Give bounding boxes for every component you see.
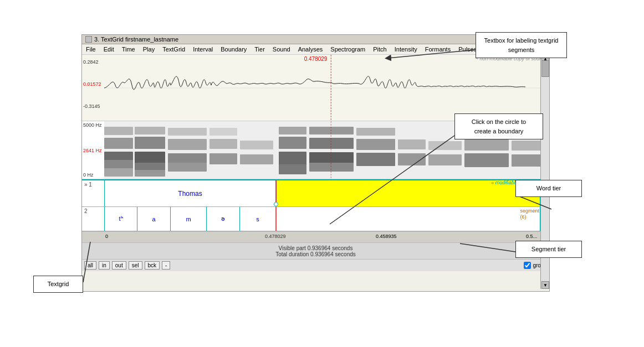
menu-formants[interactable]: Formants <box>423 45 452 53</box>
svg-rect-41 <box>428 141 462 150</box>
textbox-annotation: Textbox for labeling textgrid segments <box>476 32 567 58</box>
svg-rect-14 <box>135 137 165 149</box>
menu-sound[interactable]: Sound <box>271 45 292 53</box>
segment-label-4: s <box>256 216 259 222</box>
timeline-bar: 0 0.478029 0.458935 0.5... <box>82 231 549 242</box>
visible-part-label: Visible part 0.936964 seconds <box>279 245 353 251</box>
textgrid-annotation: Textgrid <box>33 276 83 293</box>
word-tier-row: » 1 Thomas word(2/2) <box>82 179 549 207</box>
segment-cell-0[interactable]: tʰ <box>104 207 137 231</box>
timeline-right: 0.458935 <box>376 234 397 239</box>
menu-intensity[interactable]: Intensity <box>393 45 419 53</box>
svg-rect-22 <box>209 153 237 164</box>
svg-rect-30 <box>279 164 306 174</box>
menu-textgrid[interactable]: TextGrid <box>161 45 187 53</box>
minus-button[interactable]: - <box>162 261 170 270</box>
all-button[interactable]: all <box>84 261 96 270</box>
svg-rect-36 <box>356 139 395 150</box>
svg-rect-15 <box>135 127 165 134</box>
svg-rect-38 <box>398 153 426 165</box>
segment-label-1: a <box>152 216 155 222</box>
thomas-label: Thomas <box>178 190 202 198</box>
menu-spectrogram[interactable]: Spectrogram <box>329 45 367 53</box>
total-duration-label: Total duration 0.936964 seconds <box>275 251 356 257</box>
svg-rect-26 <box>240 141 273 149</box>
svg-rect-37 <box>356 128 395 136</box>
freq-mid-label: 2641 Hz <box>83 148 102 153</box>
scrollbar-thumb[interactable] <box>541 60 549 77</box>
out-button[interactable]: out <box>112 261 126 270</box>
status-bar: Visible part 0.936964 seconds Total dura… <box>82 242 549 259</box>
svg-rect-20 <box>168 128 207 136</box>
segment-label-0: tʰ <box>119 215 122 222</box>
boundary-annotation: Click on the circle tocreate a boundary <box>454 113 543 139</box>
segment-right-label: segment(6) <box>520 208 539 220</box>
svg-rect-12 <box>104 168 133 177</box>
content-area: 0.478029 ~ non-modifiable copy of sound … <box>82 55 549 289</box>
segment-label-2: m <box>186 216 191 222</box>
sel-button[interactable]: sel <box>129 261 142 270</box>
svg-rect-40 <box>428 154 462 165</box>
svg-rect-45 <box>512 154 540 167</box>
amplitude-bottom-label: -0.3145 <box>83 103 100 109</box>
svg-rect-17 <box>135 170 165 177</box>
in-button[interactable]: in <box>99 261 110 270</box>
svg-rect-21 <box>168 163 207 172</box>
tier2-number: 2 <box>84 208 88 214</box>
segment-cell-2[interactable]: m <box>171 207 207 231</box>
segment-cursor-line <box>276 207 277 231</box>
segment-tier-annotation-text: Segment tier <box>531 246 566 252</box>
waveform-svg <box>104 55 540 121</box>
group-checkbox[interactable] <box>524 262 531 269</box>
amplitude-zero-label: 0.01572 <box>83 81 101 87</box>
svg-rect-23 <box>209 139 237 149</box>
menu-boundary[interactable]: Boundary <box>219 45 248 53</box>
textgrid-section: = modifiable TextGrid { » 1 Thomas word(… <box>82 179 549 242</box>
segment-tier-row: 2 tʰ a m ə s <box>82 207 549 231</box>
menu-pitch[interactable]: Pitch <box>371 45 388 53</box>
cursor-circle[interactable] <box>274 202 278 206</box>
controls-bar: all in out sel bck - group <box>82 259 549 271</box>
textbox-annotation-text: Textbox for labeling textgrid segments <box>484 37 559 53</box>
menu-play[interactable]: Play <box>141 45 156 53</box>
boundary-annotation-text: Click on the circle tocreate a boundary <box>472 118 526 134</box>
window-title: 3. TextGrid firstname_lastname <box>94 36 178 43</box>
word-tier-annotation: Word tier <box>515 180 582 197</box>
title-bar-icon <box>85 36 92 43</box>
waveform-area: 0.478029 ~ non-modifiable copy of sound … <box>82 55 549 121</box>
word-cell-thomas[interactable]: Thomas <box>104 180 276 206</box>
svg-rect-25 <box>240 154 273 164</box>
menu-analyses[interactable]: Analyses <box>297 45 325 53</box>
svg-rect-32 <box>309 138 354 149</box>
svg-rect-34 <box>309 163 354 172</box>
svg-rect-10 <box>104 127 133 135</box>
segment-label-3: ə <box>221 215 225 222</box>
segment-tier-annotation: Segment tier <box>515 241 582 258</box>
freq-bottom-label: 0 Hz <box>83 172 94 178</box>
segment-cell-1[interactable]: a <box>137 207 171 231</box>
segment-cell-empty[interactable] <box>276 207 540 231</box>
segment-cell-4[interactable]: s <box>240 207 276 231</box>
word-tier-annotation-text: Word tier <box>536 185 561 191</box>
freq-top-label: 5000 Hz <box>83 122 102 128</box>
bck-button[interactable]: bck <box>145 261 160 270</box>
praat-window: 3. TextGrid firstname_lastname File Edit… <box>81 34 550 292</box>
svg-rect-29 <box>279 127 306 134</box>
segment-cell-3[interactable]: ə <box>207 207 240 231</box>
menu-interval[interactable]: Interval <box>191 45 214 53</box>
svg-rect-9 <box>104 138 133 149</box>
svg-rect-28 <box>279 137 306 149</box>
amplitude-top-label: 0.2842 <box>83 59 99 65</box>
menu-edit[interactable]: Edit <box>102 45 116 53</box>
scroll-down-arrow[interactable]: ▼ <box>541 281 549 289</box>
menu-tier[interactable]: Tier <box>253 45 267 53</box>
svg-rect-33 <box>309 127 354 134</box>
textgrid-annotation-text: Textgrid <box>48 281 69 287</box>
menu-file[interactable]: File <box>84 45 98 53</box>
svg-rect-46 <box>512 141 540 151</box>
menu-time[interactable]: Time <box>120 45 137 53</box>
svg-rect-24 <box>209 128 237 136</box>
timeline-far-right: 0.5... <box>526 234 537 239</box>
svg-rect-43 <box>464 139 509 151</box>
svg-rect-35 <box>356 153 395 166</box>
